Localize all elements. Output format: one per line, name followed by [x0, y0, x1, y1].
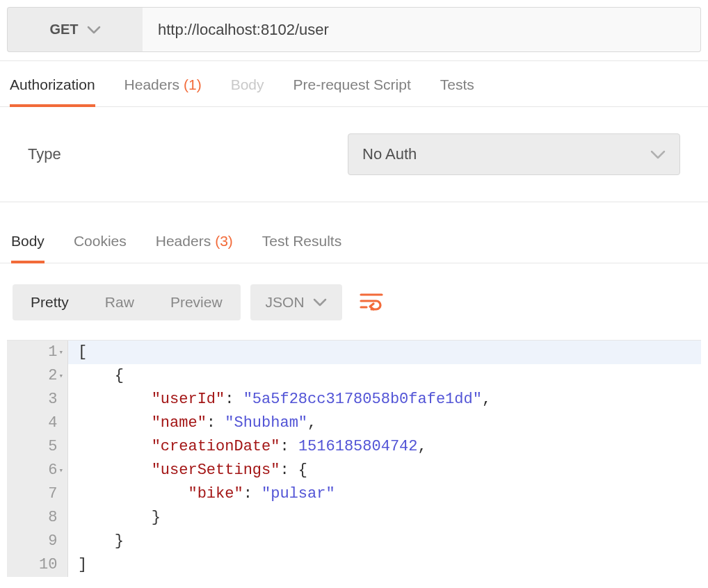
request-bar: GET http://localhost:8102/user	[0, 0, 708, 61]
word-wrap-icon	[360, 291, 383, 315]
line-number: 4 ▾	[7, 411, 68, 435]
tab-response-headers-label: Headers	[156, 233, 211, 252]
code-line[interactable]: 4 ▾ "name": "Shubham",	[7, 411, 701, 435]
code-line[interactable]: 6 ▾ "userSettings": {	[7, 459, 701, 482]
tab-pre-request-script[interactable]: Pre-request Script	[293, 76, 411, 106]
tab-response-body-label: Body	[11, 233, 45, 250]
code-content: {	[68, 364, 124, 388]
tab-response-cookies[interactable]: Cookies	[74, 233, 127, 263]
tab-authorization[interactable]: Authorization	[10, 76, 95, 107]
line-number: 9 ▾	[7, 530, 68, 553]
http-method-dropdown[interactable]: GET	[7, 7, 143, 52]
line-number: 10 ▾	[7, 553, 68, 577]
code-content: "userSettings": {	[68, 459, 307, 482]
code-line[interactable]: 9 ▾ }	[7, 530, 701, 553]
tab-pre-request-label: Pre-request Script	[293, 76, 411, 95]
chevron-down-icon	[87, 25, 101, 35]
chevron-down-icon	[313, 297, 327, 307]
format-language-label: JSON	[266, 294, 305, 311]
code-content: "creationDate": 1516185804742,	[68, 435, 427, 459]
format-language-dropdown[interactable]: JSON	[250, 284, 342, 320]
request-tabs: Authorization Headers (1) Body Pre-reque…	[0, 61, 708, 107]
http-method-label: GET	[49, 22, 78, 38]
code-line[interactable]: 10 ▾]	[7, 553, 701, 577]
format-raw-button[interactable]: Raw	[87, 284, 152, 320]
code-line[interactable]: 8 ▾ }	[7, 506, 701, 530]
auth-type-label: Type	[28, 145, 348, 163]
format-segment: Pretty Raw Preview	[13, 284, 241, 320]
code-content: [	[68, 341, 87, 364]
code-content: "userId": "5a5f28cc3178058b0fafe1dd",	[68, 388, 491, 411]
tab-headers[interactable]: Headers (1)	[124, 76, 202, 106]
auth-row: Type No Auth	[0, 107, 708, 202]
line-number: 5 ▾	[7, 435, 68, 459]
tab-response-test-results-label: Test Results	[262, 233, 341, 252]
line-number: 1 ▾	[7, 341, 68, 364]
tab-tests-label: Tests	[440, 76, 474, 95]
code-line[interactable]: 7 ▾ "bike": "pulsar"	[7, 482, 701, 506]
line-number: 2 ▾	[7, 364, 68, 388]
tab-response-headers[interactable]: Headers (3)	[156, 233, 233, 263]
line-number: 7 ▾	[7, 482, 68, 506]
tab-response-headers-count: (3)	[215, 233, 233, 252]
code-line[interactable]: 2 ▾ {	[7, 364, 701, 388]
code-line[interactable]: 3 ▾ "userId": "5a5f28cc3178058b0fafe1dd"…	[7, 388, 701, 411]
line-number: 3 ▾	[7, 388, 68, 411]
fold-toggle-icon[interactable]: ▾	[58, 341, 63, 364]
tab-body-label: Body	[231, 76, 264, 95]
code-content: "name": "Shubham",	[68, 411, 316, 435]
auth-type-value: No Auth	[362, 145, 417, 163]
fold-toggle-icon[interactable]: ▾	[58, 459, 63, 482]
line-number: 6 ▾	[7, 459, 68, 482]
format-preview-button[interactable]: Preview	[152, 284, 241, 320]
auth-type-select[interactable]: No Auth	[348, 133, 680, 175]
tab-authorization-label: Authorization	[10, 76, 95, 93]
code-content: }	[68, 530, 124, 553]
format-toolbar: Pretty Raw Preview JSON	[0, 263, 708, 334]
tab-response-cookies-label: Cookies	[74, 233, 127, 252]
code-line[interactable]: 1 ▾[	[7, 341, 701, 364]
chevron-down-icon	[650, 149, 666, 160]
line-number: 8 ▾	[7, 506, 68, 530]
format-pretty-button[interactable]: Pretty	[13, 284, 87, 320]
toggle-wrap-button[interactable]	[352, 283, 391, 322]
request-url-value: http://localhost:8102/user	[158, 21, 329, 39]
code-line[interactable]: 5 ▾ "creationDate": 1516185804742,	[7, 435, 701, 459]
tab-response-test-results[interactable]: Test Results	[262, 233, 341, 263]
request-url-input[interactable]: http://localhost:8102/user	[143, 7, 701, 52]
code-content: ]	[68, 553, 87, 577]
response-tabs: Body Cookies Headers (3) Test Results	[0, 202, 708, 263]
fold-toggle-icon[interactable]: ▾	[58, 364, 63, 388]
tab-tests[interactable]: Tests	[440, 76, 474, 106]
tab-response-body[interactable]: Body	[11, 233, 45, 263]
tab-body[interactable]: Body	[231, 76, 264, 106]
code-content: "bike": "pulsar"	[68, 482, 335, 506]
tab-headers-count: (1)	[184, 76, 202, 95]
code-content: }	[68, 506, 161, 530]
response-code-pane[interactable]: 1 ▾[2 ▾ {3 ▾ "userId": "5a5f28cc3178058b…	[7, 340, 701, 577]
tab-headers-label: Headers	[124, 76, 179, 95]
